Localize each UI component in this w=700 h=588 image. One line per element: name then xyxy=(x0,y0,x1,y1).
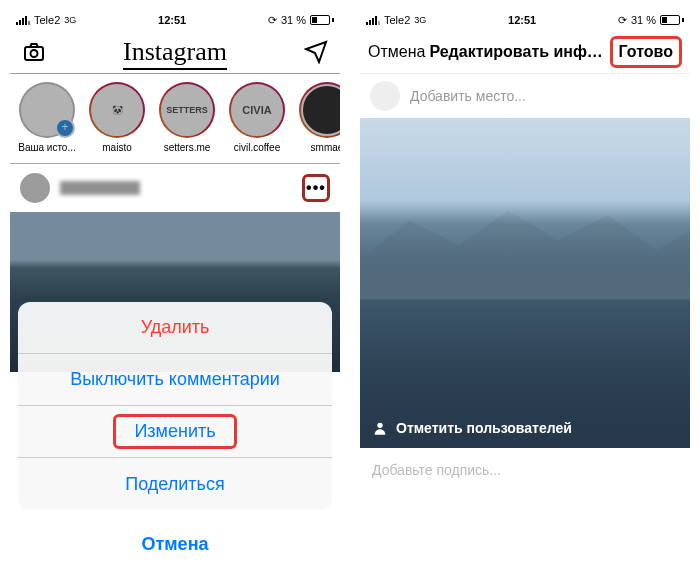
user-avatar xyxy=(370,81,400,111)
stories-tray[interactable]: Ваша исто... 🐼 maisto SETTERS setters.me… xyxy=(10,74,340,164)
status-bar: Tele2 3G 12:51 ⟳ 31 % xyxy=(10,10,340,30)
sheet-edit[interactable]: Изменить xyxy=(18,406,332,458)
status-bar: Tele2 3G 12:51 ⟳ 31 % xyxy=(360,10,690,30)
battery-icon xyxy=(660,15,684,25)
camera-icon[interactable] xyxy=(22,40,46,64)
caption-input[interactable]: Добавьте подпись... xyxy=(360,448,690,492)
add-location-label: Добавить место... xyxy=(410,88,526,104)
story-your-story[interactable]: Ваша исто... xyxy=(16,82,78,155)
action-sheet: Удалить Выключить комментарии Изменить П… xyxy=(18,302,332,570)
sheet-cancel[interactable]: Отмена xyxy=(18,518,332,570)
post-username[interactable] xyxy=(60,181,140,195)
right-screenshot: Tele2 3G 12:51 ⟳ 31 % Отмена Редактирова… xyxy=(360,10,690,578)
signal-icon xyxy=(16,16,30,25)
nav-title: Редактировать информа... xyxy=(425,43,609,61)
sheet-delete[interactable]: Удалить xyxy=(18,302,332,354)
clock: 12:51 xyxy=(158,14,186,26)
post-image[interactable]: Отметить пользователей xyxy=(360,118,690,448)
story-item[interactable]: SETTERS setters.me xyxy=(156,82,218,155)
app-title: Instagram xyxy=(123,37,227,67)
tag-users-button[interactable]: Отметить пользователей xyxy=(372,420,572,436)
person-icon xyxy=(372,420,388,436)
svg-point-1 xyxy=(31,50,38,57)
carrier-label: Tele2 xyxy=(384,14,410,26)
battery-percent: 31 % xyxy=(281,14,306,26)
clock: 12:51 xyxy=(508,14,536,26)
nav-done-button[interactable]: Готово xyxy=(610,36,682,68)
svg-point-2 xyxy=(377,423,382,428)
edit-nav: Отмена Редактировать информа... Готово xyxy=(360,30,690,74)
svg-rect-0 xyxy=(25,47,43,60)
carrier-label: Tele2 xyxy=(34,14,60,26)
sheet-disable-comments[interactable]: Выключить комментарии xyxy=(18,354,332,406)
network-label: 3G xyxy=(64,15,76,25)
battery-icon xyxy=(310,15,334,25)
left-screenshot: Tele2 3G 12:51 ⟳ 31 % Instagram Ваша ист… xyxy=(10,10,340,578)
story-item[interactable]: CIVIA civil.coffee xyxy=(226,82,288,155)
story-item[interactable]: smmae xyxy=(296,82,340,155)
signal-icon xyxy=(366,16,380,25)
nav-cancel-button[interactable]: Отмена xyxy=(368,43,425,61)
post-avatar[interactable] xyxy=(20,173,50,203)
send-icon[interactable] xyxy=(304,40,328,64)
post-more-button[interactable]: ••• xyxy=(302,174,330,202)
story-item[interactable]: 🐼 maisto xyxy=(86,82,148,155)
network-label: 3G xyxy=(414,15,426,25)
add-location-row[interactable]: Добавить место... xyxy=(360,74,690,118)
post-header: ••• xyxy=(10,164,340,212)
battery-percent: 31 % xyxy=(631,14,656,26)
top-nav: Instagram xyxy=(10,30,340,74)
sheet-share[interactable]: Поделиться xyxy=(18,458,332,510)
